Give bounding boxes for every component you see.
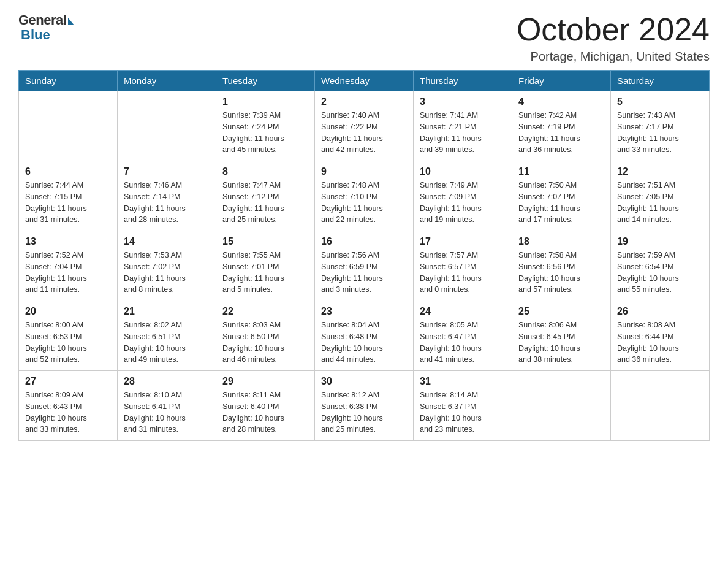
day-number: 30: [321, 376, 407, 387]
day-number: 31: [420, 376, 506, 387]
weekday-header-saturday: Saturday: [611, 71, 710, 91]
calendar-cell: 8Sunrise: 7:47 AM Sunset: 7:12 PM Daylig…: [216, 161, 315, 231]
calendar-week-row: 20Sunrise: 8:00 AM Sunset: 6:53 PM Dayli…: [19, 301, 710, 371]
day-number: 23: [321, 306, 407, 317]
calendar-cell: 18Sunrise: 7:58 AM Sunset: 6:56 PM Dayli…: [512, 231, 611, 301]
day-info: Sunrise: 8:04 AM Sunset: 6:48 PM Dayligh…: [321, 320, 407, 366]
day-number: 11: [518, 166, 604, 177]
calendar-cell: 12Sunrise: 7:51 AM Sunset: 7:05 PM Dayli…: [611, 161, 710, 231]
calendar-cell: 7Sunrise: 7:46 AM Sunset: 7:14 PM Daylig…: [118, 161, 216, 231]
calendar-cell: 3Sunrise: 7:41 AM Sunset: 7:21 PM Daylig…: [414, 91, 512, 161]
logo-blue-text: Blue: [21, 27, 50, 43]
title-section: October 2024 Portage, Michigan, United S…: [517, 12, 710, 64]
day-info: Sunrise: 7:47 AM Sunset: 7:12 PM Dayligh…: [222, 180, 308, 226]
day-number: 14: [124, 236, 210, 247]
day-info: Sunrise: 7:40 AM Sunset: 7:22 PM Dayligh…: [321, 110, 407, 156]
day-number: 20: [25, 306, 111, 317]
day-info: Sunrise: 8:00 AM Sunset: 6:53 PM Dayligh…: [25, 320, 111, 366]
day-number: 4: [518, 96, 604, 107]
calendar-cell: 4Sunrise: 7:42 AM Sunset: 7:19 PM Daylig…: [512, 91, 611, 161]
weekday-header-row: SundayMondayTuesdayWednesdayThursdayFrid…: [19, 71, 710, 91]
calendar-cell: 10Sunrise: 7:49 AM Sunset: 7:09 PM Dayli…: [414, 161, 512, 231]
day-number: 26: [617, 306, 703, 317]
calendar-cell: 22Sunrise: 8:03 AM Sunset: 6:50 PM Dayli…: [216, 301, 315, 371]
calendar-cell: 20Sunrise: 8:00 AM Sunset: 6:53 PM Dayli…: [19, 301, 118, 371]
day-info: Sunrise: 8:10 AM Sunset: 6:41 PM Dayligh…: [124, 389, 210, 435]
day-number: 15: [222, 236, 308, 247]
day-number: 7: [124, 166, 210, 177]
calendar-cell: 14Sunrise: 7:53 AM Sunset: 7:02 PM Dayli…: [118, 231, 216, 301]
day-number: 2: [321, 96, 407, 107]
calendar-cell: 5Sunrise: 7:43 AM Sunset: 7:17 PM Daylig…: [611, 91, 710, 161]
month-title: October 2024: [517, 12, 710, 47]
weekday-header-monday: Monday: [118, 71, 216, 91]
weekday-header-tuesday: Tuesday: [216, 71, 315, 91]
calendar-week-row: 1Sunrise: 7:39 AM Sunset: 7:24 PM Daylig…: [19, 91, 710, 161]
day-info: Sunrise: 8:08 AM Sunset: 6:44 PM Dayligh…: [617, 320, 703, 366]
day-info: Sunrise: 7:39 AM Sunset: 7:24 PM Dayligh…: [222, 110, 308, 156]
day-info: Sunrise: 7:53 AM Sunset: 7:02 PM Dayligh…: [124, 250, 210, 296]
day-info: Sunrise: 7:56 AM Sunset: 6:59 PM Dayligh…: [321, 250, 407, 296]
day-info: Sunrise: 8:03 AM Sunset: 6:50 PM Dayligh…: [222, 320, 308, 366]
day-info: Sunrise: 8:09 AM Sunset: 6:43 PM Dayligh…: [25, 389, 111, 435]
calendar-cell: 13Sunrise: 7:52 AM Sunset: 7:04 PM Dayli…: [19, 231, 118, 301]
logo: General Blue: [18, 12, 74, 43]
calendar-cell: 24Sunrise: 8:05 AM Sunset: 6:47 PM Dayli…: [414, 301, 512, 371]
weekday-header-friday: Friday: [512, 71, 611, 91]
day-info: Sunrise: 7:58 AM Sunset: 6:56 PM Dayligh…: [518, 250, 604, 296]
calendar-cell: 25Sunrise: 8:06 AM Sunset: 6:45 PM Dayli…: [512, 301, 611, 371]
day-number: 27: [25, 376, 111, 387]
day-number: 21: [124, 306, 210, 317]
day-number: 13: [25, 236, 111, 247]
day-number: 29: [222, 376, 308, 387]
day-info: Sunrise: 7:50 AM Sunset: 7:07 PM Dayligh…: [518, 180, 604, 226]
day-number: 18: [518, 236, 604, 247]
day-info: Sunrise: 7:59 AM Sunset: 6:54 PM Dayligh…: [617, 250, 703, 296]
day-number: 5: [617, 96, 703, 107]
calendar-cell: 17Sunrise: 7:57 AM Sunset: 6:57 PM Dayli…: [414, 231, 512, 301]
calendar-cell: 16Sunrise: 7:56 AM Sunset: 6:59 PM Dayli…: [315, 231, 414, 301]
day-info: Sunrise: 7:49 AM Sunset: 7:09 PM Dayligh…: [420, 180, 506, 226]
day-info: Sunrise: 7:51 AM Sunset: 7:05 PM Dayligh…: [617, 180, 703, 226]
logo-arrow-icon: [68, 18, 74, 25]
calendar-table: SundayMondayTuesdayWednesdayThursdayFrid…: [18, 70, 710, 441]
calendar-cell: 23Sunrise: 8:04 AM Sunset: 6:48 PM Dayli…: [315, 301, 414, 371]
calendar-cell: 9Sunrise: 7:48 AM Sunset: 7:10 PM Daylig…: [315, 161, 414, 231]
calendar-cell: 31Sunrise: 8:14 AM Sunset: 6:37 PM Dayli…: [414, 371, 512, 441]
day-info: Sunrise: 7:55 AM Sunset: 7:01 PM Dayligh…: [222, 250, 308, 296]
calendar-cell: 11Sunrise: 7:50 AM Sunset: 7:07 PM Dayli…: [512, 161, 611, 231]
day-number: 19: [617, 236, 703, 247]
calendar-cell: 1Sunrise: 7:39 AM Sunset: 7:24 PM Daylig…: [216, 91, 315, 161]
day-number: 9: [321, 166, 407, 177]
day-info: Sunrise: 7:52 AM Sunset: 7:04 PM Dayligh…: [25, 250, 111, 296]
day-number: 24: [420, 306, 506, 317]
calendar-cell: 29Sunrise: 8:11 AM Sunset: 6:40 PM Dayli…: [216, 371, 315, 441]
day-number: 8: [222, 166, 308, 177]
weekday-header-wednesday: Wednesday: [315, 71, 414, 91]
day-number: 10: [420, 166, 506, 177]
weekday-header-sunday: Sunday: [19, 71, 118, 91]
day-info: Sunrise: 7:44 AM Sunset: 7:15 PM Dayligh…: [25, 180, 111, 226]
day-info: Sunrise: 8:12 AM Sunset: 6:38 PM Dayligh…: [321, 389, 407, 435]
calendar-cell: 6Sunrise: 7:44 AM Sunset: 7:15 PM Daylig…: [19, 161, 118, 231]
calendar-cell: 19Sunrise: 7:59 AM Sunset: 6:54 PM Dayli…: [611, 231, 710, 301]
calendar-cell: 26Sunrise: 8:08 AM Sunset: 6:44 PM Dayli…: [611, 301, 710, 371]
logo-general-text: General: [18, 12, 66, 28]
day-info: Sunrise: 8:06 AM Sunset: 6:45 PM Dayligh…: [518, 320, 604, 366]
day-info: Sunrise: 7:46 AM Sunset: 7:14 PM Dayligh…: [124, 180, 210, 226]
day-number: 1: [222, 96, 308, 107]
day-number: 6: [25, 166, 111, 177]
calendar-cell: [512, 371, 611, 441]
calendar-cell: [611, 371, 710, 441]
day-number: 28: [124, 376, 210, 387]
calendar-cell: 2Sunrise: 7:40 AM Sunset: 7:22 PM Daylig…: [315, 91, 414, 161]
day-info: Sunrise: 8:11 AM Sunset: 6:40 PM Dayligh…: [222, 389, 308, 435]
weekday-header-thursday: Thursday: [414, 71, 512, 91]
calendar-week-row: 6Sunrise: 7:44 AM Sunset: 7:15 PM Daylig…: [19, 161, 710, 231]
location-text: Portage, Michigan, United States: [517, 50, 710, 64]
calendar-cell: 30Sunrise: 8:12 AM Sunset: 6:38 PM Dayli…: [315, 371, 414, 441]
day-info: Sunrise: 7:42 AM Sunset: 7:19 PM Dayligh…: [518, 110, 604, 156]
day-number: 3: [420, 96, 506, 107]
day-number: 17: [420, 236, 506, 247]
calendar-cell: [19, 91, 118, 161]
